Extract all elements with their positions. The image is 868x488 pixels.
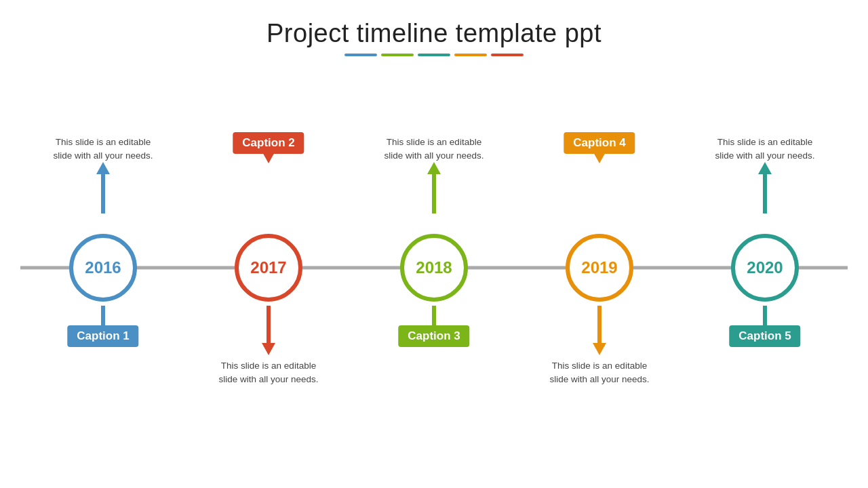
node-4-arrow-head xyxy=(593,343,606,355)
node-5-caption: Caption 5 xyxy=(729,325,800,347)
node-3-desc: This slide is an editable slide with all… xyxy=(380,136,488,163)
node-5-arrow-head xyxy=(758,162,772,174)
title-area: Project timeline template ppt xyxy=(0,0,868,56)
nodes-row: This slide is an editable slide with all… xyxy=(20,88,848,447)
node-2: Caption 2 2017 This slide is an editable… xyxy=(204,234,333,302)
node-3-circle: 2018 xyxy=(400,234,468,302)
node-5-circle: 2020 xyxy=(731,234,799,302)
node-3-arrow-stem xyxy=(432,173,436,214)
node-5-arrow-stem xyxy=(763,173,767,214)
node-3: This slide is an editable slide with all… xyxy=(370,234,498,302)
main-title: Project timeline template ppt xyxy=(0,19,868,48)
node-4: Caption 4 2019 This slide is an editable… xyxy=(535,234,664,302)
node-5: This slide is an editable slide with all… xyxy=(701,234,829,302)
node-1: This slide is an editable slide with all… xyxy=(39,234,167,302)
node-1-desc: This slide is an editable slide with all… xyxy=(49,136,157,163)
underline-seg-2 xyxy=(381,54,414,56)
node-2-arrow-head xyxy=(262,343,275,355)
node-2-circle: 2017 xyxy=(235,234,302,302)
node-3-arrow-head xyxy=(427,162,441,174)
node-1-caption: Caption 1 xyxy=(67,325,138,347)
node-4-arrow-stem xyxy=(597,306,601,343)
node-5-desc: This slide is an editable slide with all… xyxy=(711,136,819,163)
node-4-desc: This slide is an editable slide with all… xyxy=(545,359,654,387)
underline-seg-1 xyxy=(344,54,377,56)
underline-seg-5 xyxy=(491,54,524,56)
node-1-lower-stem xyxy=(101,306,105,326)
node-4-circle: 2019 xyxy=(566,234,633,302)
node-3-caption-arrow xyxy=(429,323,439,329)
node-5-lower-stem xyxy=(763,306,767,326)
underline-seg-3 xyxy=(418,54,450,56)
title-underline xyxy=(0,54,868,56)
node-4-caption-arrow xyxy=(593,151,606,163)
timeline-area: This slide is an editable slide with all… xyxy=(20,88,848,447)
node-1-arrow-head xyxy=(96,162,110,174)
slide: Project timeline template ppt This slide… xyxy=(0,0,868,488)
underline-seg-4 xyxy=(454,54,487,56)
node-2-arrow-stem xyxy=(267,306,271,343)
node-1-circle: 2016 xyxy=(69,234,137,302)
node-2-arrow-head-caption xyxy=(262,151,275,163)
node-1-arrow-stem xyxy=(101,173,105,214)
node-2-desc: This slide is an editable slide with all… xyxy=(214,359,323,387)
